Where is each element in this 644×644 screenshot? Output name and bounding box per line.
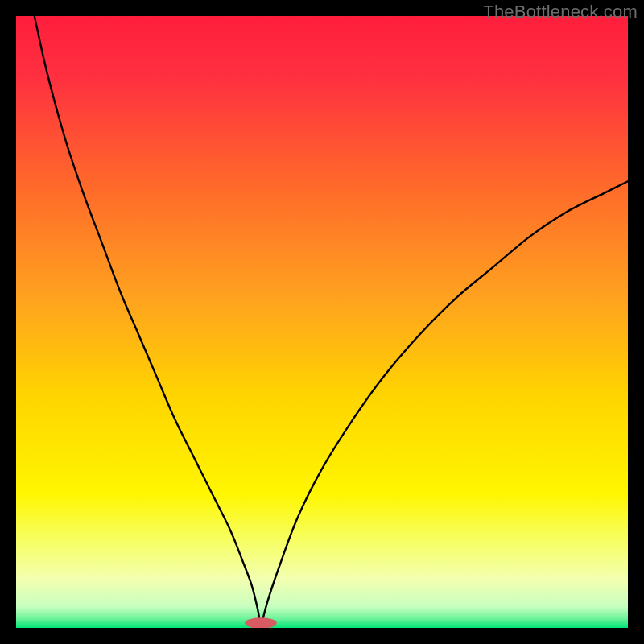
chart-canvas [16, 16, 628, 628]
chart-frame [16, 16, 628, 628]
gradient-background [16, 16, 628, 628]
watermark-text: TheBottleneck.com [483, 2, 638, 23]
